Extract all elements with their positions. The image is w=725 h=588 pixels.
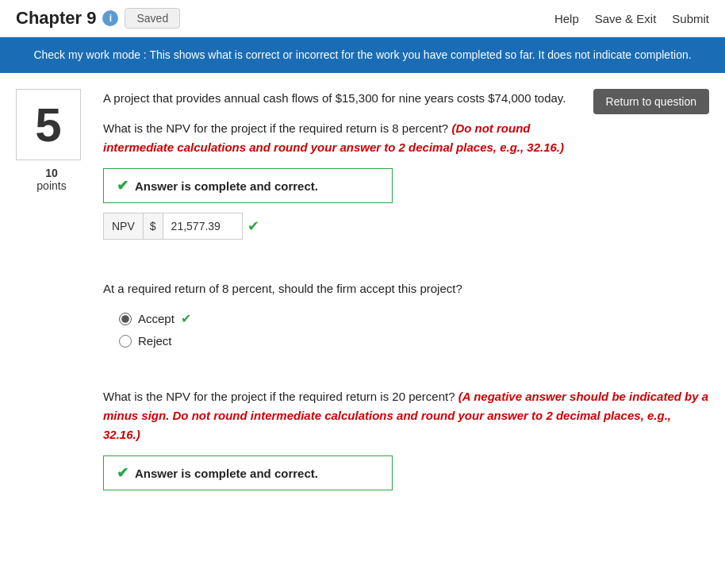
info-icon[interactable]: i [102,10,118,26]
currency-symbol: $ [144,213,163,240]
input-check-icon: ✔ [247,217,259,235]
chapter-title: Chapter 9 [16,8,96,29]
accept-check-icon: ✔ [181,311,191,326]
submit-button[interactable]: Submit [672,12,709,25]
answer-correct-box-1: ✔ Answer is complete and correct. [103,168,393,203]
save-exit-link[interactable]: Save & Exit [595,12,657,25]
help-link[interactable]: Help [554,12,579,25]
main-content: 5 10 points Return to question A project… [0,73,725,506]
part3-text: What is the NPV for the project if the r… [103,387,709,444]
points-label: points [16,179,87,192]
radio-accept-label: Accept [138,312,175,325]
question-sidebar: 5 10 points [16,89,87,490]
part2-text: At a required return of 8 percent, shoul… [103,279,709,298]
banner-text: Check my work mode : This shows what is … [33,48,691,61]
points-value: 10 [16,167,87,179]
part1-instruction: What is the NPV for the project if the r… [103,119,709,157]
check-circle-icon-1: ✔ [117,177,129,194]
answer-correct-label-3: Answer is complete and correct. [135,467,318,480]
npv-label: NPV [103,213,144,240]
radio-reject-label: Reject [138,334,172,348]
radio-reject[interactable] [119,335,132,348]
answer-correct-label-1: Answer is complete and correct. [135,179,318,193]
question-body: Return to question A project that provid… [103,89,709,490]
radio-option-reject: Reject [119,334,709,348]
question-number-box: 5 [16,89,81,160]
radio-option-accept: Accept ✔ [119,311,709,326]
question-number: 5 [35,98,61,152]
return-to-question-button[interactable]: Return to question [593,89,709,114]
info-banner: Check my work mode : This shows what is … [0,37,725,73]
radio-accept[interactable] [119,313,132,325]
radio-options: Accept ✔ Reject [119,311,709,348]
header: Chapter 9 i Saved Help Save & Exit Submi… [0,0,725,37]
points-info: 10 points [16,167,87,192]
header-left: Chapter 9 i Saved [16,8,180,29]
npv-input-row: NPV $ 21,577.39 ✔ [103,213,709,240]
check-circle-icon-3: ✔ [117,464,129,482]
saved-badge: Saved [125,8,180,29]
npv-value[interactable]: 21,577.39 [163,213,243,240]
header-right: Help Save & Exit Submit [554,12,709,25]
answer-correct-box-3: ✔ Answer is complete and correct. [103,455,393,490]
